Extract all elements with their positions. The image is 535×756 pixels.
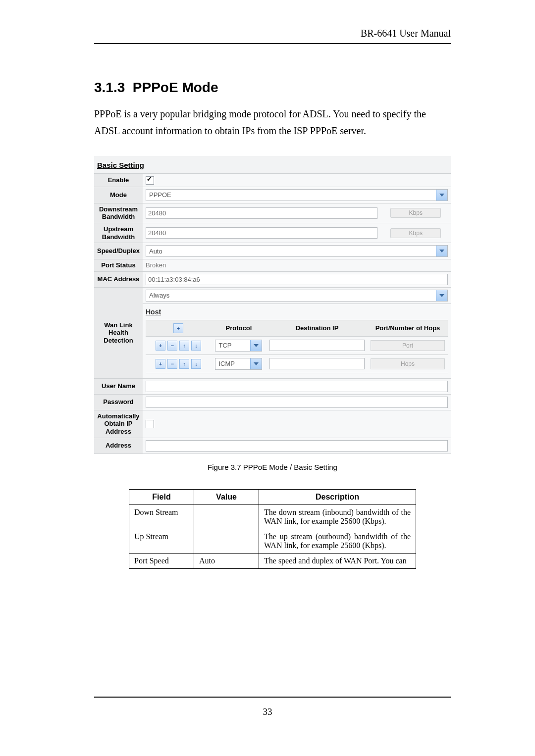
chevron-down-icon: [436, 290, 447, 301]
desc-text: The up stream (outbound) bandwidth of th…: [259, 529, 416, 553]
label-enable: Enable: [94, 174, 143, 187]
row-up-button[interactable]: ↑: [179, 341, 189, 351]
col-port-hops: Port/Number of Hops: [368, 320, 448, 336]
section-heading: 3.1.3 PPPoE Mode: [94, 80, 451, 96]
section-number: 3.1.3: [94, 80, 125, 95]
desc-text: The down stream (inbound) bandwidth of t…: [259, 504, 416, 529]
kbps-unit: Kbps: [390, 208, 441, 218]
bottom-rule: [94, 697, 451, 698]
port-hops-input[interactable]: [371, 340, 445, 351]
table-row: Port Speed Auto The speed and duplex of …: [129, 553, 416, 568]
kbps-unit: Kbps: [390, 228, 441, 238]
port-status-value: Broken: [143, 259, 451, 272]
row-up-button[interactable]: ↑: [179, 359, 189, 369]
col-dest-ip: Destination IP: [267, 320, 368, 336]
svg-marker-2: [439, 294, 444, 297]
label-mode: Mode: [94, 187, 143, 203]
wan-link-select[interactable]: Always: [146, 290, 448, 302]
chevron-down-icon: [436, 246, 447, 256]
table-row: Down Stream The down stream (inbound) ba…: [129, 504, 416, 529]
svg-marker-0: [439, 194, 444, 197]
user-name-input[interactable]: [146, 381, 448, 392]
label-wan-link: Wan Link Health Detection: [94, 287, 143, 378]
row-down-button[interactable]: ↓: [191, 359, 201, 369]
protocol-select[interactable]: ICMP: [215, 358, 262, 370]
mode-select-value: PPPOE: [149, 191, 171, 199]
label-password: Password: [94, 394, 143, 410]
chevron-down-icon: [436, 190, 447, 201]
protocol-value: TCP: [218, 342, 231, 349]
top-rule: [94, 43, 451, 44]
settings-figure: Basic Setting Enable Mode PPPOE Downstre…: [94, 156, 451, 471]
wan-link-value: Always: [149, 292, 169, 299]
speed-duplex-value: Auto: [149, 248, 162, 255]
label-port-status: Port Status: [94, 259, 143, 272]
row-add-button[interactable]: +: [156, 341, 165, 351]
svg-marker-4: [254, 362, 259, 365]
table-row: Up Stream The up stream (outbound) bandw…: [129, 529, 416, 553]
chevron-down-icon: [250, 340, 262, 351]
table-row: +−↑↓ TCP: [146, 336, 448, 354]
down-bw-input[interactable]: [146, 207, 377, 219]
label-down-bw: Downstream Bandwidth: [94, 203, 143, 223]
mac-input[interactable]: [146, 274, 448, 285]
label-user-name: User Name: [94, 378, 143, 394]
add-row-button[interactable]: +: [173, 323, 183, 333]
svg-marker-1: [439, 250, 444, 252]
section-paragraph: PPPoE is a very popular bridging mode pr…: [94, 105, 451, 139]
table-row: +−↑↓ ICMP: [146, 354, 448, 373]
figure-caption: Figure 3.7 PPPoE Mode / Basic Setting: [94, 463, 451, 471]
running-head: BR-6641 User Manual: [94, 28, 451, 39]
label-speed-duplex: Speed/Duplex: [94, 243, 143, 259]
desc-header-field: Field: [129, 489, 194, 504]
col-protocol: Protocol: [211, 320, 267, 336]
page-number: 33: [0, 706, 535, 717]
label-up-bw: Upstream Bandwidth: [94, 223, 143, 243]
port-hops-input[interactable]: [371, 358, 445, 369]
desc-field: Down Stream: [129, 504, 194, 529]
row-down-button[interactable]: ↓: [191, 341, 201, 351]
row-remove-button[interactable]: −: [167, 341, 177, 351]
password-input[interactable]: [146, 397, 448, 408]
host-heading: Host: [146, 306, 448, 318]
row-remove-button[interactable]: −: [167, 359, 177, 369]
dest-ip-input[interactable]: [269, 358, 365, 369]
mode-select[interactable]: PPPOE: [146, 189, 448, 201]
desc-header-desc: Description: [259, 489, 416, 504]
speed-duplex-select[interactable]: Auto: [146, 245, 448, 257]
protocol-value: ICMP: [218, 360, 235, 367]
desc-value: Auto: [194, 553, 259, 568]
chevron-down-icon: [250, 358, 262, 369]
desc-field: Up Stream: [129, 529, 194, 553]
desc-value: [194, 504, 259, 529]
desc-value: [194, 529, 259, 553]
up-bw-input[interactable]: [146, 227, 377, 239]
label-mac: MAC Address: [94, 271, 143, 287]
label-address: Address: [94, 438, 143, 454]
description-table: Field Value Description Down Stream The …: [129, 489, 416, 569]
desc-text: The speed and duplex of WAN Port. You ca…: [259, 553, 416, 568]
enable-checkbox[interactable]: [146, 176, 154, 185]
dest-ip-input[interactable]: [269, 340, 365, 351]
label-auto-ip: Automatically Obtain IP Address: [94, 410, 143, 438]
row-add-button[interactable]: +: [156, 359, 165, 369]
svg-marker-3: [254, 344, 259, 347]
desc-field: Port Speed: [129, 553, 194, 568]
protocol-select[interactable]: TCP: [215, 340, 262, 352]
group-title: Basic Setting: [94, 156, 451, 174]
address-input[interactable]: [146, 440, 448, 452]
section-title-text: PPPoE Mode: [133, 80, 218, 95]
desc-header-value: Value: [194, 489, 259, 504]
auto-ip-checkbox[interactable]: [146, 420, 154, 428]
